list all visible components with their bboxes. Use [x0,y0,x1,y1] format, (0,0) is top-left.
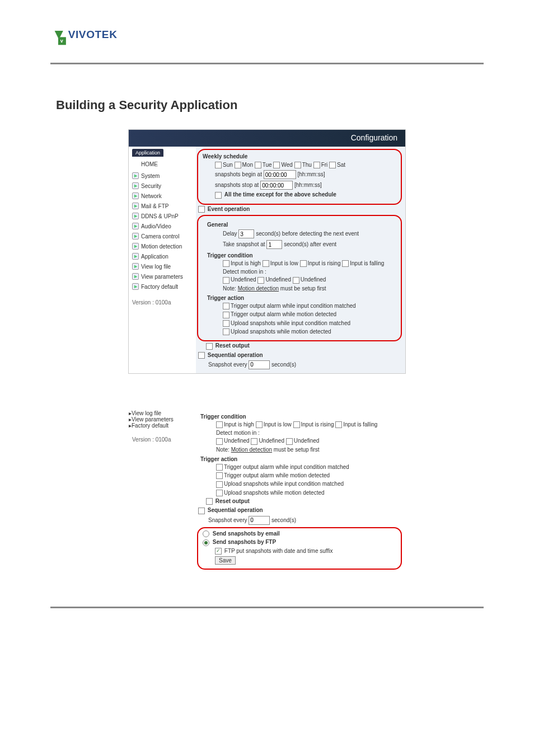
note-suffix-2: must be setup first [274,447,320,453]
delay-suffix: second(s) before detecting the next even… [256,231,359,237]
bottom-divider [50,607,484,608]
seq-checkbox-2[interactable] [198,508,205,514]
sidebar-item-viewparams[interactable]: ▸View parameters [129,271,196,281]
sidebar-item-viewlog[interactable]: ▸View log file [129,261,196,271]
event-checkbox[interactable] [198,206,205,213]
sidebar2-item-viewparams[interactable]: ▸View parameters [129,416,196,422]
detect-label: Detect motion in : [223,269,396,275]
motion-link[interactable]: Motion detection [238,285,279,292]
seq-snapshot-input[interactable] [249,360,270,369]
tue-checkbox[interactable] [255,162,261,168]
arrow-icon: ▸ [132,253,139,260]
snap-input[interactable] [266,240,282,249]
sidebar-item-security[interactable]: ▸Security [129,181,196,191]
thu-checkbox[interactable] [294,162,301,168]
sidebar-2: ▸View log file ▸View parameters ▸Factory… [129,410,196,573]
page-title: Building a Security Application [56,98,534,112]
action3-checkbox[interactable] [223,320,229,327]
event-title: Event operation [208,206,250,212]
undef3-checkbox[interactable] [293,277,299,284]
seq-snapshot-suffix-2: second(s) [271,516,296,523]
stop-input[interactable] [260,181,293,190]
note-suffix: must be setup first [280,285,326,292]
sidebar2-item-viewlog[interactable]: ▸View log file [129,410,196,416]
input-rising-checkbox[interactable] [300,260,307,267]
seq-title: Sequential operation [208,352,263,358]
fri-checkbox[interactable] [313,162,320,168]
send-email-label: Send snapshots by email [213,530,280,537]
input-high-checkbox-2[interactable] [216,421,223,428]
undef3-checkbox-2[interactable] [286,438,293,445]
detect-label-2: Detect motion in : [216,430,405,436]
seq-snapshot-input-2[interactable] [249,516,270,525]
sidebar-item-av[interactable]: ▸Audio/Video [129,221,196,231]
sidebar-item-ddns[interactable]: ▸DDNS & UPnP [129,211,196,221]
sidebar-item-motion[interactable]: ▸Motion detection [129,241,196,251]
arrow-icon: ▸ [132,233,139,240]
arrow-icon: ▸ [132,203,139,209]
hms1: [hh:mm:ss] [298,171,325,177]
delay-label: Delay [223,231,237,237]
input-low-checkbox[interactable] [263,260,269,267]
sidebar-item-camera[interactable]: ▸Camera control [129,231,196,241]
send-callout: Send snapshots by email Send snapshots b… [197,527,402,570]
config-panel-1: Configuration Application HOME ▸System ▸… [128,129,406,374]
except-label: All the time except for the above schedu… [224,191,336,198]
send-email-radio[interactable] [203,530,209,537]
content-area-2: Trigger condition Input is high Input is… [196,410,405,573]
send-ftp-radio[interactable] [203,539,209,546]
sidebar-item-factory[interactable]: ▸Factory default [129,281,196,292]
seq-snapshot-label-2: Snapshot every [208,516,247,523]
action1-checkbox[interactable] [223,303,229,309]
undef1-checkbox-2[interactable] [216,438,223,445]
arrow-icon: ▸ [132,283,139,290]
config-panel-2: ▸View log file ▸View parameters ▸Factory… [129,410,405,573]
reset-label: Reset output [216,342,250,349]
arrow-icon: ▸ [132,172,139,179]
input-rising-checkbox-2[interactable] [293,421,300,428]
action2-checkbox[interactable] [223,312,229,318]
seq-snapshot-label: Snapshot every [208,361,247,368]
undef1-checkbox[interactable] [223,277,229,284]
version-label: Version : 0100a [129,292,196,306]
weekly-title: Weekly schedule [203,153,396,159]
input-falling-checkbox[interactable] [342,260,349,267]
sidebar-item-application[interactable]: ▸Application [129,251,196,261]
sat-checkbox[interactable] [329,162,336,168]
snap-label: Take snapshot at [223,241,265,247]
sidebar2-item-factory[interactable]: ▸Factory default [129,422,196,429]
mon-checkbox[interactable] [235,162,241,168]
sidebar-item-mailftp[interactable]: ▸Mail & FTP [129,201,196,211]
reset-checkbox[interactable] [206,343,213,350]
action2-checkbox-2[interactable] [216,472,223,479]
snap-suffix: second(s) after event [284,241,336,247]
delay-input[interactable] [238,229,254,238]
action1-checkbox-2[interactable] [216,464,223,471]
begin-input[interactable] [264,170,296,179]
ftp-suffix-checkbox[interactable] [215,548,222,555]
arrow-icon: ▸ [132,263,139,270]
sidebar-home[interactable]: HOME [129,158,196,171]
undef2-checkbox-2[interactable] [251,438,257,445]
action4-checkbox-2[interactable] [216,490,223,496]
sun-checkbox[interactable] [215,162,222,168]
seq-checkbox[interactable] [198,352,205,359]
arrow-icon: ▸ [132,243,139,250]
event-callout: General Delay second(s) before detecting… [197,215,402,341]
motion-link-2[interactable]: Motion detection [231,447,272,453]
input-low-checkbox-2[interactable] [256,421,263,428]
action4-checkbox[interactable] [223,328,229,335]
content-area: Weekly schedule Sun Mon Tue Wed Thu Fri … [196,147,405,373]
undef2-checkbox[interactable] [257,277,264,284]
save-button[interactable]: Save [215,556,236,565]
input-falling-checkbox-2[interactable] [335,421,342,428]
action3-checkbox-2[interactable] [216,481,223,488]
except-checkbox[interactable] [215,192,222,199]
sidebar-tab: Application [132,149,163,157]
sidebar-item-system[interactable]: ▸System [129,171,196,181]
wed-checkbox[interactable] [273,162,280,168]
input-high-checkbox[interactable] [223,260,229,267]
reset-checkbox-2[interactable] [206,498,213,505]
sidebar-item-network[interactable]: ▸Network [129,191,196,201]
trigger-action-title: Trigger action [207,295,396,301]
